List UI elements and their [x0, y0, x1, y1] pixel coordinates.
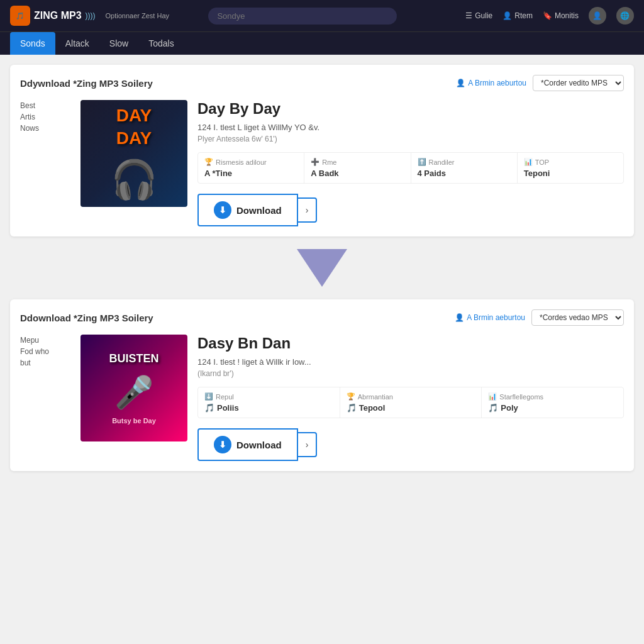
stat-label-1-0: 🏆 Rismesis adilour	[204, 158, 297, 166]
rank-icon: 🎵	[204, 403, 214, 413]
card-2-dropdown[interactable]: *Cordes vedao MPS	[531, 309, 624, 326]
card-1-album-art: DAY DAY 🎧	[80, 100, 187, 207]
card-1-header: Ddywnload *Zing MP3 Soilery 👤 A Brmin ae…	[20, 75, 624, 91]
card-2-download-button[interactable]: ⬇ Download	[197, 428, 298, 461]
card-2-header-right: 👤 A Brmin aeburtou *Cordes vedao MPS	[455, 309, 624, 326]
avatar-secondary[interactable]: 🌐	[616, 7, 634, 25]
stat-1-3: 📊 TOP Teponi	[518, 153, 623, 183]
sub-nav-sonds[interactable]: Sonds	[10, 32, 55, 55]
card-2-song-subtitle: 124 I. tlest ! liget à Willk ir low...	[197, 357, 624, 367]
stat-1-2: ⬆️ Randiler 4 Paids	[411, 153, 518, 183]
logo-area: 🎵 ZING MP3 ))))	[10, 6, 96, 26]
trophy-icon: 🏆	[204, 158, 213, 166]
stat-2-0: ⬇️ Repul 🎵 Poliis	[198, 387, 340, 418]
card-1-title: Ddywnload *Zing MP3 Soilery	[20, 78, 153, 89]
rank-icon-3: 🎵	[488, 403, 498, 413]
stat-1-0: 🏆 Rismesis adilour A *Tine	[198, 153, 304, 183]
card-2: Ddownload *Zing MP3 Soilery 👤 A Brmin ae…	[10, 299, 634, 471]
album-text-1: DAY DAY 🎧	[80, 100, 187, 207]
logo-waves: ))))	[86, 11, 96, 20]
arrow-container	[10, 236, 634, 299]
card-2-info: Dasy Bn Dan 124 I. tlest ! liget à Willk…	[197, 335, 624, 461]
menu-icon: ☰	[465, 11, 472, 20]
rank-icon-2: 🎵	[347, 403, 357, 413]
stat-label-2-1: 🏆 Abrmantian	[347, 392, 475, 401]
card-1-download-row: ⬇ Download ›	[197, 194, 624, 226]
sub-nav-altack[interactable]: Altack	[55, 32, 99, 55]
sub-nav-todals[interactable]: Todals	[138, 32, 184, 55]
main-content: Ddywnload *Zing MP3 Soilery 👤 A Brmin ae…	[0, 55, 644, 481]
stat-label-1-3: 📊 TOP	[524, 158, 617, 166]
card-2-album-art: BUISTEN 🎤 Butsy be Day	[80, 335, 187, 441]
stat-value-2-1: 🎵 Tepool	[347, 403, 475, 413]
card-1-left-label: Best Artis Nows	[20, 100, 70, 226]
stat-value-1-3: Teponi	[524, 169, 617, 178]
card-1-download-more-button[interactable]: ›	[298, 197, 318, 223]
search-input[interactable]	[208, 8, 397, 25]
card-2-header: Ddownload *Zing MP3 Soilery 👤 A Brmin ae…	[20, 309, 624, 326]
card-1: Ddywnload *Zing MP3 Soilery 👤 A Brmin ae…	[10, 65, 634, 236]
card-2-user-link[interactable]: 👤 A Brmin aeburtou	[455, 313, 525, 322]
download-icon-2: ⬇	[214, 436, 231, 453]
stat-label-1-2: ⬆️ Randiler	[418, 158, 511, 166]
card-1-user-link[interactable]: 👤 A Brmin aeburtou	[456, 79, 526, 87]
card-1-download-button[interactable]: ⬇ Download	[197, 194, 298, 226]
download-icon-1: ⬇	[214, 201, 231, 219]
chart-icon: 📊	[488, 392, 497, 401]
user-icon: 👤	[502, 11, 512, 20]
up-icon: ⬆️	[418, 158, 426, 166]
card-2-download-row: ⬇ Download ›	[197, 428, 624, 461]
stat-value-1-0: A *Tine	[204, 169, 297, 178]
person-icon: 👤	[456, 79, 465, 87]
stat-value-2-0: 🎵 Poliis	[204, 403, 333, 413]
bookmark-icon: 🔖	[543, 11, 552, 20]
header: 🎵 ZING MP3 )))) Optionnaer Zest Hay ☰ Gu…	[0, 0, 644, 31]
card-1-song-subtitle: 124 I. tlest L liget à WillMy YO &v.	[197, 123, 624, 132]
card-1-song-meta: Plyer Antessela 6w' 61')	[197, 135, 624, 143]
card-2-song-meta: (Ikarnd br')	[197, 369, 624, 378]
stat-value-1-2: 4 Paids	[418, 169, 511, 178]
card-2-song-title: Dasy Bn Dan	[197, 335, 624, 352]
card-2-download-more-button[interactable]: ›	[298, 432, 318, 457]
stat-2-1: 🏆 Abrmantian 🎵 Tepool	[340, 387, 482, 418]
card-1-info: Day By Day 124 I. tlest L liget à WillMy…	[197, 100, 624, 226]
stat-label-2-2: 📊 Starflellegoms	[488, 392, 617, 401]
card-1-body: Best Artis Nows DAY DAY 🎧 Day By Day 124…	[20, 100, 624, 226]
card-2-stats: ⬇️ Repul 🎵 Poliis 🏆	[197, 387, 624, 418]
down-arrow-icon	[297, 249, 347, 287]
logo-icon: 🎵	[10, 6, 30, 26]
trophy-icon-2: 🏆	[347, 392, 355, 401]
card-2-left-label: Mepu Fod who but	[20, 335, 70, 461]
sub-nav-slow[interactable]: Slow	[99, 32, 138, 55]
stat-value-1-1: A Badk	[311, 169, 404, 178]
nav-user[interactable]: 👤 Rtem	[502, 11, 533, 20]
stat-2-2: 📊 Starflellegoms 🎵 Poly	[482, 387, 623, 418]
card-1-header-right: 👤 A Brmin aeburtou *Corder vedito MPS	[456, 75, 624, 91]
header-tagline: Optionnaer Zest Hay	[106, 12, 170, 19]
card-1-dropdown[interactable]: *Corder vedito MPS	[533, 75, 624, 91]
top-icon: 📊	[524, 158, 533, 166]
album-text-2: BUISTEN 🎤 Butsy be Day	[80, 335, 187, 441]
add-icon: ➕	[311, 158, 319, 166]
logo-text: ZING MP3	[34, 10, 82, 21]
stat-label-2-0: ⬇️ Repul	[204, 392, 333, 401]
stat-value-2-2: 🎵 Poly	[488, 403, 617, 413]
card-2-title: Ddownload *Zing MP3 Soilery	[20, 313, 153, 323]
header-nav-right: ☰ Gulie 👤 Rtem 🔖 Monitis 👤 🌐	[465, 7, 634, 25]
nav-menu[interactable]: ☰ Gulie	[465, 11, 492, 20]
person-icon-2: 👤	[455, 313, 464, 322]
card-1-stats: 🏆 Rismesis adilour A *Tine ➕ Rme A Badk	[197, 152, 624, 184]
avatar[interactable]: 👤	[589, 7, 606, 25]
stat-label-1-1: ➕ Rme	[311, 158, 404, 166]
down-icon-2: ⬇️	[204, 392, 213, 401]
sub-nav: Sonds Altack Slow Todals	[0, 31, 644, 55]
nav-bookmark[interactable]: 🔖 Monitis	[543, 11, 579, 20]
card-1-song-title: Day By Day	[197, 100, 624, 118]
card-2-body: Mepu Fod who but BUISTEN 🎤 Butsy be Day …	[20, 335, 624, 461]
stat-1-1: ➕ Rme A Badk	[304, 153, 411, 183]
